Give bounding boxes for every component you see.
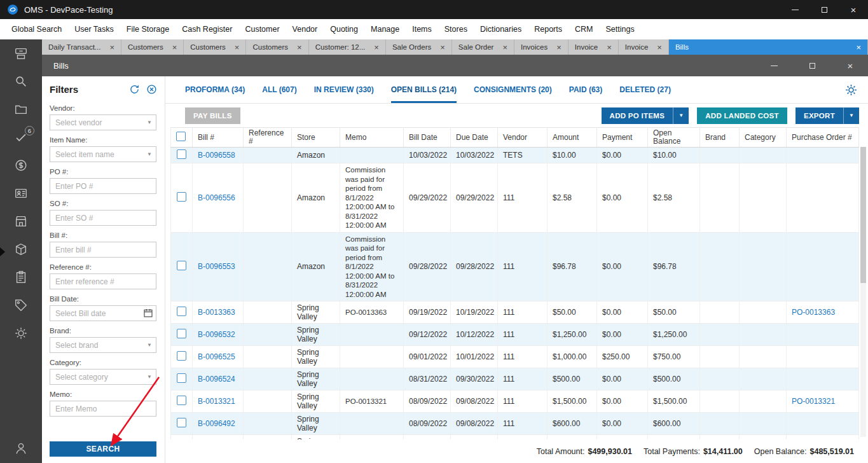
menu-item[interactable]: Quoting (324, 25, 364, 34)
row-checkbox[interactable] (177, 192, 186, 202)
bill-number-link[interactable]: B-0013321 (198, 397, 235, 406)
view-tab[interactable]: IN REVIEW (330) (314, 76, 374, 103)
filter-input[interactable] (50, 273, 156, 289)
view-tab[interactable]: PROFORMA (34) (185, 76, 245, 103)
column-header[interactable]: Open Balance (648, 128, 700, 148)
column-header[interactable]: Reference # (244, 128, 292, 148)
purchase-order-link[interactable]: PO-0013321 (792, 397, 835, 406)
menu-item[interactable]: CRM (568, 25, 599, 34)
tab-close-icon[interactable]: × (856, 43, 861, 52)
tab-close-icon[interactable]: × (657, 43, 662, 52)
tab-close-icon[interactable]: × (502, 43, 507, 52)
tab-close-icon[interactable]: × (109, 43, 114, 52)
restore-icon[interactable] (809, 0, 839, 19)
bill-number-link[interactable]: B-0096556 (198, 193, 235, 202)
menu-item[interactable]: Dictionaries (474, 25, 528, 34)
row-checkbox[interactable] (177, 418, 186, 427)
column-header[interactable]: Memo (340, 128, 404, 148)
column-header[interactable]: Bill Date (404, 128, 451, 148)
window-tab[interactable]: Customer: 12... × (309, 39, 386, 55)
menu-item[interactable]: Stores (438, 25, 474, 34)
store-icon[interactable] (14, 214, 28, 228)
window-tab[interactable]: Sale Orders × (386, 39, 452, 55)
menu-item[interactable]: Settings (599, 25, 640, 34)
window-tab[interactable]: Sale Order × (452, 39, 514, 55)
contacts-icon[interactable] (14, 186, 28, 200)
bill-number-link[interactable]: B-0013363 (198, 308, 235, 317)
sidebar-expand-arrow[interactable] (0, 247, 5, 256)
filter-input[interactable] (50, 369, 156, 385)
column-header[interactable]: Payment (597, 128, 648, 148)
row-checkbox[interactable] (177, 396, 186, 405)
money-icon[interactable] (14, 158, 28, 172)
column-header[interactable]: Purchase Order # (787, 128, 859, 148)
column-header[interactable]: Brand (700, 128, 740, 148)
menu-item[interactable]: Items (406, 25, 438, 34)
column-header[interactable]: Amount (548, 128, 597, 148)
select-all-checkbox[interactable] (176, 132, 186, 141)
add-landed-cost-button[interactable]: ADD LANDED COST (697, 107, 787, 124)
window-tab[interactable]: Customers × (184, 39, 246, 55)
column-header[interactable]: Store (292, 128, 340, 148)
column-header[interactable]: Category (740, 128, 787, 148)
menu-item[interactable]: Vendor (286, 25, 324, 34)
grid-settings-gear-icon[interactable] (844, 83, 858, 97)
filter-input[interactable] (50, 242, 156, 258)
close-icon[interactable]: × (839, 0, 868, 19)
tab-close-icon[interactable]: × (607, 43, 612, 52)
add-po-items-button[interactable]: ADD PO ITEMS (602, 107, 673, 124)
user-icon[interactable] (14, 441, 28, 455)
clear-filters-icon[interactable] (146, 84, 157, 95)
refresh-icon[interactable] (129, 84, 140, 95)
filter-input[interactable] (50, 305, 156, 321)
bill-number-link[interactable]: B-0096553 (198, 262, 235, 271)
search-button[interactable]: SEARCH (50, 441, 156, 457)
column-header[interactable]: Bill # (193, 128, 244, 148)
menu-item[interactable]: Customer (238, 25, 286, 34)
scrollbar-thumb[interactable] (860, 147, 866, 283)
add-po-items-dropdown-icon[interactable]: ▼ (673, 107, 689, 124)
window-tab[interactable]: Customers × (121, 39, 184, 55)
row-checkbox[interactable] (177, 261, 186, 270)
search-icon[interactable] (14, 74, 28, 88)
row-checkbox[interactable] (177, 351, 186, 361)
menu-item[interactable]: Manage (364, 25, 406, 34)
subwindow-close-icon[interactable]: × (844, 60, 857, 71)
menu-item[interactable]: Reports (528, 25, 568, 34)
tab-close-icon[interactable]: × (440, 43, 445, 52)
view-tab[interactable]: CONSIGNMENTS (20) (474, 76, 552, 103)
subwindow-restore-icon[interactable] (806, 63, 818, 69)
export-dropdown-icon[interactable]: ▼ (843, 107, 859, 124)
view-tab[interactable]: OPEN BILLS (214) (391, 76, 457, 103)
filter-input[interactable] (50, 146, 156, 162)
window-tab[interactable]: Bills × (669, 39, 868, 55)
column-header[interactable]: Vendor (498, 128, 548, 148)
settings-gear-icon[interactable] (14, 326, 28, 340)
export-button[interactable]: EXPORT (796, 107, 843, 124)
filter-input[interactable] (50, 337, 156, 353)
bill-number-link[interactable]: B-0096558 (198, 151, 235, 160)
menu-item[interactable]: Global Search (5, 25, 68, 34)
window-tab[interactable]: Customers × (246, 39, 308, 55)
folder-icon[interactable] (14, 102, 28, 116)
tab-close-icon[interactable]: × (172, 43, 177, 52)
filter-input[interactable] (50, 401, 156, 417)
tasks-icon[interactable]: 6 (14, 130, 28, 144)
window-tab[interactable]: Invoice × (619, 39, 669, 55)
tab-close-icon[interactable]: × (297, 43, 302, 52)
package-icon[interactable] (14, 242, 28, 256)
bill-number-link[interactable]: B-0096532 (198, 330, 235, 339)
filter-input[interactable] (50, 210, 156, 226)
bill-number-link[interactable]: B-0096524 (198, 375, 235, 384)
menu-item[interactable]: Cash Register (176, 25, 238, 34)
menu-item[interactable]: User Tasks (68, 25, 120, 34)
window-tab[interactable]: Daily Transact... × (42, 39, 121, 55)
view-tab[interactable]: DELETED (27) (619, 76, 671, 103)
column-header[interactable]: Due Date (451, 128, 498, 148)
pay-bills-button[interactable]: PAY BILLS (185, 107, 240, 124)
row-checkbox[interactable] (177, 373, 186, 383)
bill-number-link[interactable]: B-0096525 (198, 352, 235, 361)
minimize-icon[interactable] (780, 0, 809, 19)
purchase-order-link[interactable]: PO-0013363 (792, 308, 835, 317)
filter-input[interactable] (50, 178, 156, 194)
